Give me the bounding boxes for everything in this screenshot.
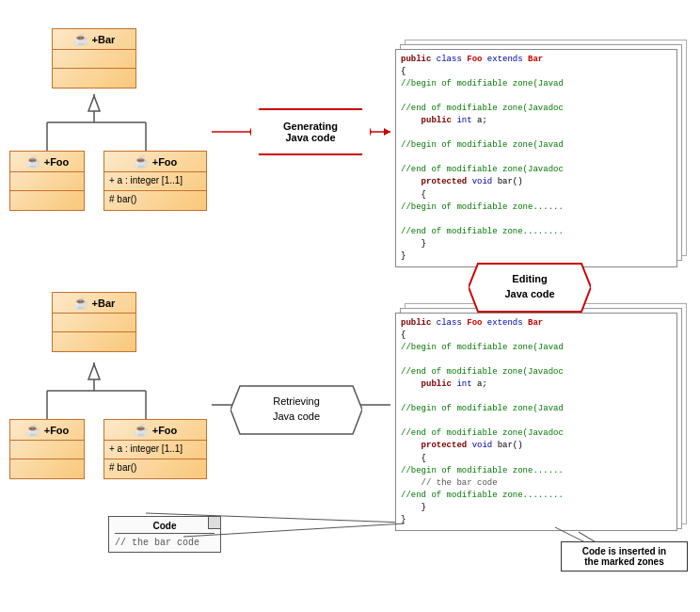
foo-right-header-bottom: ☕ +Foo [104,420,206,441]
code-line-15: //end of modifiable zone........ [401,226,672,238]
bcode-line-8: //begin of modifiable zone(Javad [401,403,672,415]
code-line-13: //begin of modifiable zone...... [401,201,672,214]
foo-right-top: ☕ +Foo + a : integer [1..1] # bar() [103,151,207,211]
svg-marker-6 [384,128,390,136]
code-line-4 [401,90,672,103]
bar-header-top: ☕ +Bar [53,29,135,50]
bcode-line-5: //end of modifiable zone(Javadoc [401,366,672,378]
bcode-line-10: //end of modifiable zone(Javadoc [401,427,672,440]
svg-text:Java code: Java code [504,288,554,299]
bar-header-bottom: ☕ +Bar [53,293,135,314]
code-line-1: public class Foo extends Bar [401,54,672,66]
foo-left-s1-bottom [10,441,84,459]
svg-marker-11 [88,364,100,379]
foo-right-s1-top: + a : integer [1..1] [104,172,206,191]
foo-right-header-top: ☕ +Foo [104,152,206,172]
code-line-14 [401,214,672,226]
bcode-line-15: //end of modifiable zone........ [401,490,672,502]
bcode-line-2: { [401,330,672,342]
foo-right-s2-bottom: # bar() [104,459,206,478]
bar-class-top: ☕ +Bar [52,28,136,89]
code-line-12: { [401,189,672,201]
foo-right-s1-bottom: + a : integer [1..1] [104,441,206,459]
code-line-11: protected void bar() [401,176,672,188]
java-icon-bar-bottom: ☕ [73,296,88,310]
foo-left-s2-top [10,191,84,210]
foo-left-s2-bottom [10,459,84,478]
foo-left-top: ☕ +Foo [9,151,85,211]
editing-label-container: Editing Java code [469,262,591,315]
bcode-line-13: //begin of modifiable zone...... [401,465,672,477]
bcode-line-17: } [401,514,672,526]
code-line-17: } [401,250,672,263]
java-icon-fool-bottom: ☕ [25,423,40,437]
bar-section1-top [53,50,135,69]
bcode-line-16: } [401,502,672,514]
svg-text:Editing: Editing [512,273,547,284]
java-icon-fool-top: ☕ [25,154,40,169]
code-line-5: //end of modifiable zone(Javadoc [401,103,672,115]
bcode-line-6: public int a; [401,378,672,391]
svg-text:Java code: Java code [273,411,320,422]
callout-box: Code is inserted in the marked zones [561,541,688,572]
code-line-2: { [401,66,672,78]
code-note-content: // the bar code [115,538,215,548]
bar-section2-top [53,69,135,88]
bcode-line-14: // the bar code [401,477,672,490]
bar-section1-bottom [53,314,135,332]
java-icon-foor-bottom: ☕ [134,423,149,437]
bar-class-bottom: ☕ +Bar [52,292,136,352]
bcode-line-7 [401,391,672,403]
foo-left-header-top: ☕ +Foo [10,152,84,172]
code-line-6: public int a; [401,115,672,127]
foo-left-bottom: ☕ +Foo [9,419,85,479]
code-line-9 [401,152,672,164]
foo-right-s2-top: # bar() [104,191,206,210]
bcode-line-11: protected void bar() [401,440,672,452]
foo-left-header-bottom: ☕ +Foo [10,420,84,441]
svg-marker-4 [88,96,100,111]
bcode-line-1: public class Foo extends Bar [401,317,672,330]
generating-label: Generating Java code [249,108,372,155]
code-panel-top-front: public class Foo extends Bar { //begin o… [395,49,677,267]
bar-section2-bottom [53,332,135,351]
bcode-line-4 [401,354,672,366]
foo-left-s1-top [10,172,84,191]
foo-right-bottom: ☕ +Foo + a : integer [1..1] # bar() [103,419,207,479]
java-icon-foor-top: ☕ [134,154,149,169]
code-line-10: //end of modifiable zone(Javadoc [401,164,672,176]
code-panel-bottom-front: public class Foo extends Bar { //begin o… [395,313,677,531]
bcode-line-12: { [401,453,672,465]
code-line-16: } [401,238,672,250]
code-line-3: //begin of modifiable zone(Javad [401,78,672,90]
code-note-header: Code [115,521,215,534]
bcode-line-9 [401,415,672,427]
bcode-line-3: //begin of modifiable zone(Javad [401,342,672,354]
code-line-8: //begin of modifiable zone(Javad [401,139,672,152]
code-line-7 [401,127,672,139]
java-icon-bar-top: ☕ [73,32,88,46]
retrieving-label-container: Retrieving Java code [231,384,362,438]
code-note-box: Code // the bar code [108,516,221,553]
svg-text:Retrieving: Retrieving [273,395,320,407]
